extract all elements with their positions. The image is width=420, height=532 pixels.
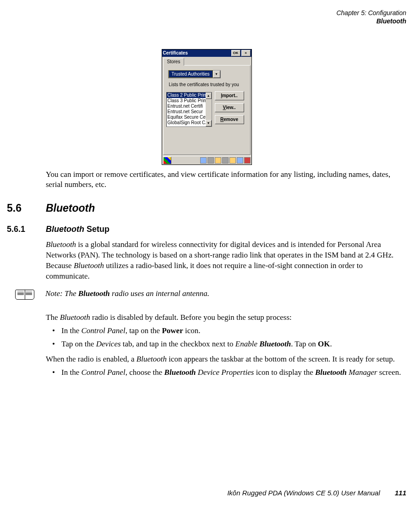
bluetooth-paragraph-2: The Bluetooth radio is disabled by defau…	[46, 313, 406, 323]
list-item[interactable]: Class 3 Public Prim	[167, 98, 212, 104]
note-text: Note: The Bluetooth radio uses an intern…	[45, 288, 209, 299]
book-icon	[15, 288, 34, 301]
close-icon[interactable]: ×	[241, 50, 251, 56]
dialog-titlebar: Certificates OK ×	[162, 49, 251, 57]
bluetooth-paragraph-3: When the radio is enabled, a Bluetooth i…	[46, 354, 406, 365]
page-footer: Ikôn Rugged PDA (Windows CE 5.0) User Ma…	[0, 488, 406, 498]
dialog-title: Certificates	[163, 50, 188, 56]
list-item[interactable]: Class 2 Public Prim	[167, 93, 212, 98]
page-number: 111	[395, 489, 406, 497]
list-item[interactable]: Entrust.net Secur	[167, 109, 212, 115]
certificates-figure: Certificates OK × Stores Trusted Authori…	[7, 49, 406, 165]
subsection-number: 5.6.1	[7, 224, 46, 235]
scroll-down-icon[interactable]: ▼	[206, 120, 212, 126]
tray-icon[interactable]	[200, 157, 207, 164]
start-icon[interactable]	[163, 157, 171, 164]
list-item[interactable]: Entrust.net Certifi	[167, 104, 212, 109]
import-button[interactable]: Import..	[215, 91, 244, 100]
certificate-list[interactable]: Class 2 Public Prim Class 3 Public Prim …	[166, 92, 212, 127]
header-section: Bluetooth	[7, 17, 406, 26]
tray-icon[interactable]	[244, 157, 251, 164]
bullet-item: In the Control Panel, choose the Bluetoo…	[46, 367, 406, 378]
dialog-description: Lists the certificates trusted by you	[169, 82, 245, 88]
bullet-item: In the Control Panel, tap on the Power i…	[46, 326, 406, 336]
subsection-heading: 5.6.1 Bluetooth Setup	[7, 224, 109, 235]
header-chapter: Chapter 5: Configuration	[7, 9, 406, 17]
list-item[interactable]: Equifax Secure Ce	[167, 115, 212, 120]
tray-icon[interactable]	[229, 157, 236, 164]
ok-button[interactable]: OK	[231, 50, 240, 56]
taskbar	[162, 156, 251, 165]
bluetooth-paragraph-1: Bluetooth is a global standard for wirel…	[46, 240, 406, 282]
page-header: Chapter 5: Configuration Bluetooth	[7, 9, 406, 25]
footer-text: Ikôn Rugged PDA (Windows CE 5.0) User Ma…	[227, 489, 380, 497]
section-heading: 5.6 Bluetooth	[7, 201, 95, 215]
view-button[interactable]: View..	[215, 103, 244, 112]
dropdown-selected: Trusted Authorities	[169, 70, 213, 78]
scroll-up-icon[interactable]: ▲	[206, 93, 212, 99]
list-item[interactable]: GlobalSign Root CA	[167, 120, 212, 126]
authorities-dropdown[interactable]: Trusted Authorities ▼	[168, 70, 221, 78]
tray-icon[interactable]	[222, 157, 229, 164]
tray-icon[interactable]	[215, 157, 221, 164]
remove-button[interactable]: Remove	[215, 115, 244, 124]
tray-icon[interactable]	[237, 157, 243, 164]
tab-stores[interactable]: Stores	[163, 58, 185, 66]
certificates-dialog: Certificates OK × Stores Trusted Authori…	[162, 49, 252, 165]
section-number: 5.6	[7, 201, 46, 215]
chevron-down-icon[interactable]: ▼	[213, 71, 220, 78]
tray-icon[interactable]	[207, 157, 214, 164]
note-block: Note: The Bluetooth radio uses an intern…	[15, 288, 406, 301]
bullet-item: Tap on the Devices tab, and tap in the c…	[46, 339, 406, 350]
section-title: Bluetooth	[46, 201, 95, 215]
scrollbar[interactable]: ▲ ▼	[206, 93, 212, 126]
intro-paragraph: You can import or remove certificates, a…	[46, 170, 406, 191]
subsection-title: Bluetooth Setup	[46, 224, 109, 235]
